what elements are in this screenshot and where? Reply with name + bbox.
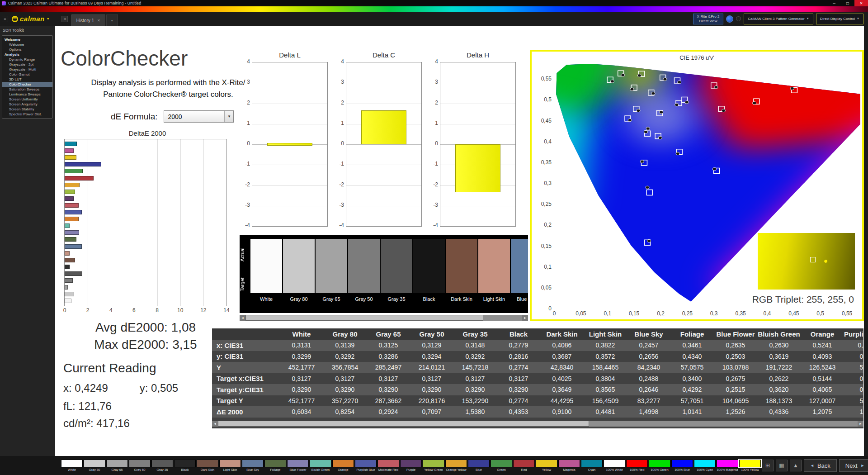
cie-measured-marker [646, 127, 650, 130]
pattern-swatch-purplish-blue[interactable]: Purplish Blue [355, 460, 377, 471]
source-button[interactable]: CalMAN Client 3 Pattern Generator ▼ [744, 14, 813, 24]
pattern-swatch-yellow[interactable]: Yellow [536, 460, 557, 471]
tab-close-icon[interactable]: ✕ [97, 19, 100, 23]
sidebar-item-colorchecker[interactable]: ColorChecker [2, 82, 52, 87]
table-cell: 0,3292 [453, 353, 497, 360]
sidebar-item-3d-lut[interactable]: 3D LUT [2, 77, 52, 82]
swatch-label: Gray 35 [151, 468, 173, 471]
pattern-swatch-gray-65[interactable]: Gray 65 [106, 460, 128, 471]
de-formula-select[interactable]: 2000 ▼ [164, 110, 234, 123]
swatch-color [332, 460, 354, 467]
tab-history-1[interactable]: History 1 ✕ [71, 14, 105, 26]
table-scrollbar[interactable]: ◄ ► [212, 421, 863, 427]
pattern-swatches: WhiteGray 80Gray 65Gray 50Gray 35BlackDa… [61, 460, 762, 471]
comparison-scrollbar[interactable]: ◄ ► [240, 315, 528, 321]
pattern-swatch-gray-50[interactable]: Gray 50 [129, 460, 151, 471]
pattern-swatch-dark-skin[interactable]: Dark Skin [197, 460, 218, 471]
swatch-label: 100% Green [649, 468, 670, 471]
pattern-swatch-100-white[interactable]: 100% White [604, 460, 625, 471]
calman-logo-button[interactable]: calman ▼ [12, 15, 50, 23]
pattern-swatch-100-blue[interactable]: 100% Blue [671, 460, 693, 471]
pattern-window-icon[interactable]: ⊞ [762, 460, 774, 471]
workspace: SDR Toolkit WelcomeWelcomeOptionsAnalysi… [0, 26, 868, 456]
sidebar-item-screen-uniformity[interactable]: Screen Uniformity [2, 97, 52, 102]
pattern-swatch-blue[interactable]: Blue [468, 460, 490, 471]
pattern-swatch-orange-yellow[interactable]: Orange Yellow [445, 460, 467, 471]
meter-status-icon[interactable] [726, 15, 733, 23]
close-button[interactable]: ✕ [854, 0, 868, 6]
swatch-label: 100% White [604, 468, 625, 471]
scroll-track[interactable] [218, 421, 858, 427]
pattern-swatch-green[interactable]: Green [491, 460, 512, 471]
pattern-swatch-100-magenta[interactable]: 100% Magenta [717, 460, 738, 471]
table-cell: 0,2924 [367, 408, 410, 415]
pattern-swatch-light-skin[interactable]: Light Skin [219, 460, 241, 471]
tab-overflow-button[interactable]: ▼ [106, 14, 118, 26]
gridline [203, 139, 204, 306]
sidebar-item-saturation-sweeps[interactable]: Saturation Sweeps [2, 87, 52, 92]
pattern-swatch-yellow-green[interactable]: Yellow Green [423, 460, 444, 471]
table-row-e-2000: ΔE 20000,60340,82540,29240,70971,53800,4… [212, 406, 863, 418]
sidebar-item-color-gamut[interactable]: Color Gamut [2, 72, 52, 77]
pattern-swatch-100-yellow[interactable]: 100% Yellow [739, 460, 761, 471]
pattern-swatch-blue-flower[interactable]: Blue Flower [287, 460, 309, 471]
pattern-swatch-foliage[interactable]: Foliage [264, 460, 286, 471]
pattern-swatch-100-red[interactable]: 100% Red [626, 460, 648, 471]
sidebar-item-screen-stability[interactable]: Screen Stability [2, 107, 52, 112]
sidebar-item-welcome[interactable]: Welcome [2, 42, 52, 47]
scroll-thumb[interactable] [245, 315, 483, 321]
pattern-swatch-white[interactable]: White [61, 460, 83, 471]
pattern-swatch-gray-80[interactable]: Gray 80 [84, 460, 105, 471]
table-row-y: Y452,1777356,7854285,2497214,0121145,721… [212, 362, 863, 373]
minimize-button[interactable]: ─ [827, 0, 841, 6]
meter-secondary-icon[interactable] [736, 16, 741, 21]
sidebar-item-grayscale-2pt[interactable]: Grayscale - 2pt [2, 62, 52, 67]
cie-title: CIE 1976 u'v' [532, 54, 862, 61]
maximize-button[interactable]: ▢ [841, 0, 854, 6]
swatch-label: White [61, 468, 83, 471]
axis-tick-label: 4 [109, 307, 113, 314]
scroll-right-icon[interactable]: ► [858, 421, 863, 427]
table-column-header: Gray 50 [410, 330, 453, 338]
layout-icon[interactable]: ▦ [776, 460, 788, 471]
sidebar-item-screen-angularity[interactable]: Screen Angularity [2, 102, 52, 107]
scroll-left-icon[interactable]: ◄ [212, 421, 218, 427]
pattern-swatch-magenta[interactable]: Magenta [558, 460, 580, 471]
meter-button[interactable]: X-Rite i1Pro 2 Direct View [693, 14, 724, 24]
scroll-right-icon[interactable]: ► [522, 315, 528, 321]
swatch-label: Gray 50 [129, 468, 151, 471]
pattern-swatch-moderate-red[interactable]: Moderate Red [377, 460, 399, 471]
swatch-label: 100% Cyan [694, 468, 716, 471]
pattern-swatch-blue-sky[interactable]: Blue Sky [242, 460, 264, 471]
sidebar-item-options[interactable]: Options [2, 47, 52, 52]
menu-icon[interactable]: ≡ [2, 16, 8, 22]
sidebar-collapse-button[interactable]: ◄ [61, 16, 68, 22]
pattern-swatch-gray-35[interactable]: Gray 35 [151, 460, 173, 471]
next-button[interactable]: Next ► [839, 459, 868, 472]
back-button[interactable]: ◄ Back [804, 459, 837, 472]
scroll-thumb[interactable] [218, 421, 589, 427]
scroll-left-icon[interactable]: ◄ [240, 315, 245, 321]
axis-tick-label: 0,35 [532, 159, 552, 166]
pattern-swatch-purple[interactable]: Purple [400, 460, 422, 471]
sidebar-item-spectral-power-dist[interactable]: Spectral Power Dist. [2, 112, 52, 117]
sidebar-item-grayscale-multi[interactable]: Grayscale - Multi [2, 67, 52, 72]
scroll-track[interactable] [245, 315, 522, 321]
actual-swatch [250, 239, 282, 266]
sidebar-item-luminance-sweeps[interactable]: Luminance Sweeps [2, 92, 52, 97]
sidebar-item-dynamic-range[interactable]: Dynamic Range [2, 57, 52, 62]
pattern-swatch-cyan[interactable]: Cyan [581, 460, 603, 471]
table-cell: 0,3804 [584, 375, 627, 382]
pattern-swatch-100-cyan[interactable]: 100% Cyan [694, 460, 716, 471]
pattern-swatch-bluish-green[interactable]: Bluish Green [310, 460, 331, 471]
display-control-button[interactable]: Direct Display Control ▼ [816, 14, 863, 24]
table-cell: 0,3687 [540, 353, 584, 360]
pattern-swatch-black[interactable]: Black [174, 460, 196, 471]
pattern-swatch-orange[interactable]: Orange [332, 460, 354, 471]
up-icon[interactable]: ▲ [790, 460, 802, 471]
de-bar-blue-flower [65, 230, 79, 235]
axis-tick-label: 0,5 [532, 96, 552, 103]
pattern-swatch-100-green[interactable]: 100% Green [649, 460, 670, 471]
pattern-swatch-red[interactable]: Red [513, 460, 535, 471]
cie-measured-marker [722, 109, 725, 112]
